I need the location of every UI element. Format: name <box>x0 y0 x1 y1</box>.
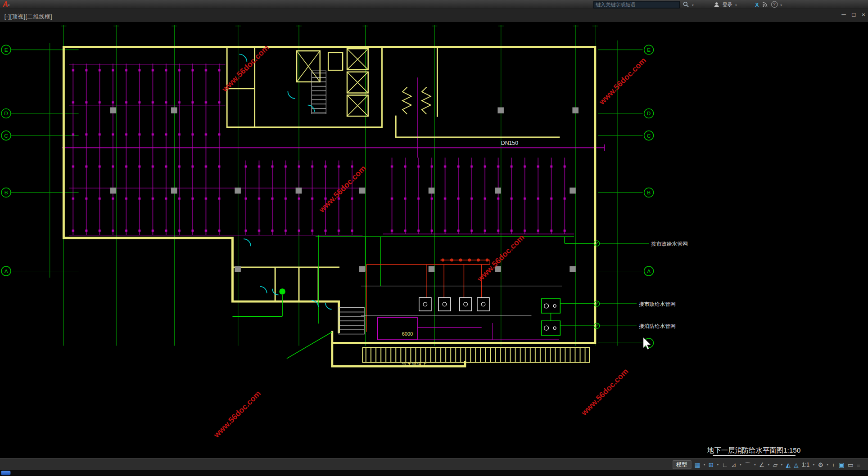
watermark-text: www.56doc.com <box>212 389 262 440</box>
minimize-button[interactable]: ─ <box>841 11 846 18</box>
drawing-title: 地下一层消防给水平面图1:150 <box>707 446 800 454</box>
annotation-text: 接市政给水管网 <box>639 301 676 307</box>
object-snap-caret-icon[interactable]: ▾ <box>768 459 770 470</box>
viewport-controls-label[interactable]: [-][顶视][二维线框] <box>5 13 52 20</box>
annotation-text: 接市政给水管网 <box>651 241 688 247</box>
customization-menu[interactable]: ≡ <box>857 459 860 470</box>
signin-button[interactable]: 登录 <box>723 1 732 8</box>
watermark-text: www.56doc.com <box>475 233 526 283</box>
grid-display-toggle[interactable]: ▦ <box>695 459 701 470</box>
isodraft-toggle[interactable]: ▱ <box>773 459 778 470</box>
polar-caret-icon[interactable]: ▾ <box>740 459 741 470</box>
search-icon[interactable] <box>683 1 689 8</box>
restore-button[interactable]: □ <box>852 11 855 18</box>
bottom-edge <box>0 470 868 476</box>
axis-label: E <box>5 47 8 53</box>
watermark-text: www.56doc.com <box>579 367 630 418</box>
axis-label: E <box>647 47 651 53</box>
annotation-text: 接消防给水管网 <box>639 323 676 329</box>
axis-label: C <box>647 133 651 139</box>
ramp-label: 汽车坡道上 <box>402 361 427 367</box>
exchange-apps-icon[interactable]: X <box>755 1 759 8</box>
annotation-visibility-toggle[interactable]: ◭ <box>786 459 791 470</box>
osnap-arc-caret-icon[interactable]: ▾ <box>754 459 756 470</box>
axis-label: D <box>4 110 8 116</box>
axis-label: C <box>4 133 8 139</box>
floor-plan-svg: E D C B A E D C B A <box>0 22 868 458</box>
polar-tracking-toggle[interactable]: ⊿ <box>731 459 736 470</box>
workspace-caret-icon[interactable]: ▾ <box>827 459 828 470</box>
dimension-label: 6000 <box>402 331 413 337</box>
axis-label: B <box>5 189 8 195</box>
isodraft-caret-icon[interactable]: ▾ <box>781 459 782 470</box>
ortho-toggle[interactable]: ∟ <box>722 459 728 470</box>
hot-pipes <box>366 259 490 332</box>
signin-caret-icon[interactable]: ▾ <box>735 3 737 7</box>
taskbar-fragment <box>1 471 10 475</box>
viewport-header: [-][顶视][二维线框] ─ □ × <box>0 9 868 22</box>
stairs-lower <box>339 308 365 334</box>
search-input[interactable] <box>593 1 680 8</box>
graphics-performance-toggle[interactable]: ▣ <box>839 459 845 470</box>
autocad-window: A ▾ ▾ 登录 ▾ X ? ▾ [-][顶视][二 <box>0 0 868 476</box>
model-tab[interactable]: 模型 <box>672 460 691 469</box>
title-bar: A ▾ ▾ 登录 ▾ X ? ▾ <box>0 0 868 9</box>
workspace-switcher-icon[interactable]: ⚙ <box>818 459 823 470</box>
osnap-arc-toggle[interactable]: ⌒ <box>745 459 751 470</box>
search-caret-icon[interactable]: ▾ <box>692 3 694 7</box>
stay-connected-icon[interactable] <box>762 1 769 8</box>
watermark-text: www.56doc.com <box>597 56 648 107</box>
axis-label: A <box>647 268 651 274</box>
snap-caret-icon[interactable]: ▾ <box>717 459 719 470</box>
close-button[interactable]: × <box>862 11 865 18</box>
app-menu-caret-icon[interactable]: ▾ <box>8 3 10 7</box>
clean-screen-toggle[interactable]: ▭ <box>848 459 854 470</box>
axis-label: A <box>5 268 8 274</box>
object-snap-toggle[interactable]: ∠ <box>759 459 764 470</box>
annotation-scale-caret-icon[interactable]: ▾ <box>813 459 815 470</box>
axis-label: B <box>647 189 651 195</box>
riser-marker <box>279 288 285 295</box>
autocad-logo[interactable]: A <box>3 0 8 8</box>
help-icon[interactable]: ? <box>771 1 778 8</box>
grid-caret-icon[interactable]: ▾ <box>704 459 705 470</box>
snap-mode-toggle[interactable]: ⊞ <box>709 459 714 470</box>
watermarks: www.56doc.com www.56doc.com www.56doc.co… <box>212 43 648 440</box>
ramp-hatch <box>362 347 589 362</box>
help-caret-icon[interactable]: ▾ <box>780 3 782 7</box>
shaft-boxes <box>297 49 368 116</box>
axis-label: D <box>647 110 651 116</box>
user-icon <box>714 1 720 8</box>
status-bar: 模型 ▦ ▾ ⊞ ▾ ∟ ⊿ ▾ ⌒ ▾ ∠ ▾ ▱ ▾ ◭ ◬ 1:1 ▾ ⚙… <box>0 458 868 470</box>
drawing-canvas[interactable]: E D C B A E D C B A <box>0 22 868 458</box>
stairs <box>312 71 326 114</box>
isolate-objects-toggle[interactable]: + <box>832 459 835 470</box>
annotation-scale-value[interactable]: 1:1 <box>802 461 809 467</box>
pipe-diameter-label: DN150 <box>501 140 518 146</box>
annotation-autoscale-toggle[interactable]: ◬ <box>794 459 798 470</box>
